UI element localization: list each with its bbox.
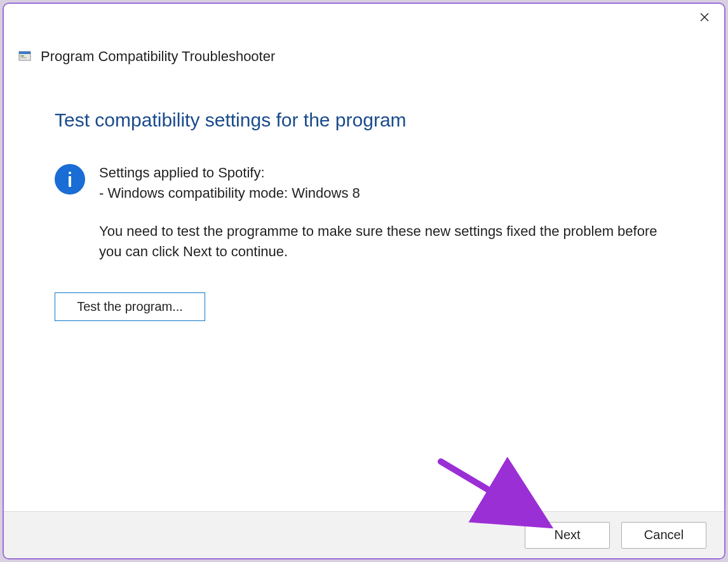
content-area: Test compatibility settings for the prog… — [4, 65, 724, 511]
svg-rect-7 — [69, 172, 71, 174]
page-heading: Test compatibility settings for the prog… — [55, 109, 673, 131]
window-title: Program Compatibility Troubleshooter — [41, 48, 275, 65]
info-icon — [55, 164, 85, 195]
svg-rect-4 — [20, 55, 24, 57]
close-button[interactable] — [690, 5, 719, 29]
info-row: Settings applied to Spotify: - Windows c… — [55, 163, 673, 203]
close-icon — [699, 12, 710, 22]
troubleshooter-window: Program Compatibility Troubleshooter Tes… — [3, 3, 725, 559]
instruction-text: You need to test the programme to make s… — [99, 221, 673, 262]
header-row: Program Compatibility Troubleshooter — [4, 31, 724, 65]
titlebar — [4, 4, 724, 31]
info-text: Settings applied to Spotify: - Windows c… — [99, 163, 360, 203]
footer: Next Cancel — [4, 511, 724, 558]
svg-rect-3 — [19, 51, 30, 54]
next-button[interactable]: Next — [525, 522, 610, 549]
svg-rect-8 — [69, 176, 71, 187]
wizard-icon — [18, 49, 33, 64]
cancel-button[interactable]: Cancel — [621, 522, 706, 549]
svg-rect-5 — [20, 57, 27, 58]
test-program-button[interactable]: Test the program... — [55, 292, 205, 321]
compat-mode-line: - Windows compatibility mode: Windows 8 — [99, 183, 360, 203]
settings-applied-line: Settings applied to Spotify: — [99, 163, 360, 183]
